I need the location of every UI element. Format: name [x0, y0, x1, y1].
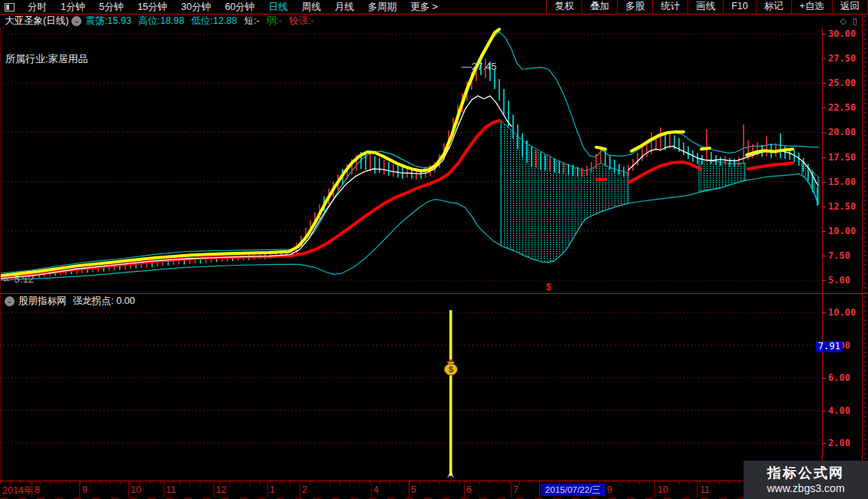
- month-boundary: [511, 481, 512, 498]
- main-axis-label: 30.00: [828, 28, 856, 39]
- indicator-values: 震荡:15.93高位:18.98低位:12.88短:-弱:-较强:-: [85, 15, 320, 28]
- chevron-down-circle-icon[interactable]: ⌄: [71, 16, 81, 26]
- menu-item-15分钟[interactable]: 15分钟: [131, 0, 174, 14]
- window-layout-icon[interactable]: [5, 3, 15, 12]
- main-axis-label: 12.50: [828, 201, 856, 212]
- info-field: 震荡:15.93: [85, 15, 131, 28]
- money-bag-icon: $: [445, 359, 458, 375]
- indicator-name-value: 强龙拐点: 0.00: [73, 295, 135, 308]
- watermark-title: 指标公式网: [744, 464, 868, 482]
- date-label: 6: [466, 484, 472, 495]
- month-boundary: [267, 481, 268, 498]
- sub-axis-label: 2.00: [828, 438, 850, 448]
- date-axis[interactable]: 2014年89101112124567910112015/07/22/三: [0, 481, 868, 497]
- toolbar-button-叠加[interactable]: 叠加: [581, 0, 617, 14]
- menu-item-周线[interactable]: 周线: [295, 0, 328, 14]
- svg-text:$: $: [449, 365, 453, 374]
- info-row: 大亚圣象(日线) ⌄ 震荡:15.93高位:18.98低位:12.88短:-弱:…: [0, 15, 868, 28]
- menu-item-5分钟[interactable]: 5分钟: [92, 0, 131, 14]
- info-field: 高位:18.98: [138, 15, 184, 28]
- toolbar-button-+自选[interactable]: +自选: [791, 0, 832, 14]
- main-axis-label: 10.00: [828, 226, 856, 236]
- sub-axis-label: 10.00: [828, 307, 856, 318]
- date-label: 12: [216, 484, 227, 495]
- highlighted-date: 2015/07/22/三: [541, 484, 605, 496]
- date-label: 4: [373, 484, 379, 495]
- main-axis-label: 17.50: [828, 152, 856, 163]
- stock-app-window: { "menubar": { "items": ["分时","1分钟","5分钟…: [0, 0, 868, 499]
- low-annotation: ← 5.12: [2, 273, 34, 285]
- date-label: 9: [607, 484, 612, 495]
- toolbar-button-统计[interactable]: 统计: [652, 0, 687, 14]
- date-label: 10: [131, 484, 141, 495]
- month-boundary: [409, 481, 409, 498]
- toolbar-button-F10[interactable]: F10: [723, 0, 756, 14]
- info-field: 短:-: [244, 15, 260, 28]
- month-boundary: [539, 481, 540, 498]
- sub-panel-header: ⌄ 股朋指标网 强龙拐点: 0.00: [0, 294, 868, 308]
- month-boundary: [697, 481, 697, 498]
- main-axis-label: 15.00: [828, 177, 856, 187]
- date-label: 5: [411, 484, 416, 495]
- month-boundary: [371, 481, 372, 498]
- date-label: 2014年: [2, 484, 33, 497]
- info-field: 低位:12.88: [191, 15, 237, 28]
- sub-axis-label: 6.00: [828, 372, 850, 383]
- watermark-url: www.zbgs3.com: [744, 482, 868, 494]
- main-chart-canvas[interactable]: [0, 28, 822, 293]
- indicator-source: 股朋指标网: [18, 295, 67, 308]
- date-label: 10: [658, 484, 668, 495]
- month-boundary: [164, 481, 164, 498]
- menu-item-日线[interactable]: 日线: [262, 0, 295, 14]
- main-axis-label: 7.50: [828, 250, 850, 261]
- toolbar-button-返回[interactable]: 返回: [832, 0, 868, 14]
- main-axis-label: 25.00: [828, 78, 856, 88]
- month-boundary: [79, 481, 80, 498]
- diamond-icon[interactable]: ◇: [840, 16, 846, 26]
- menu-item-1分钟[interactable]: 1分钟: [54, 0, 92, 14]
- toolbar-button-标记[interactable]: 标记: [756, 0, 791, 14]
- current-value-badge: 7.91: [816, 341, 843, 352]
- axis-tick: [822, 443, 826, 444]
- info-field: 弱:-: [267, 15, 282, 28]
- main-axis-label: 20.00: [828, 127, 856, 137]
- date-label: 1: [270, 484, 275, 495]
- menu-item-多周期[interactable]: 多周期: [361, 0, 404, 14]
- main-axis-label: 5.00: [828, 275, 850, 286]
- axis-tick: [822, 378, 826, 378]
- month-boundary: [128, 481, 129, 498]
- panel-icon[interactable]: ▯: [853, 16, 857, 26]
- main-axis-label: 22.50: [828, 102, 856, 113]
- industry-label: 所属行业:家居用品: [5, 52, 88, 66]
- chevron-down-circle-icon[interactable]: ⌄: [5, 296, 15, 306]
- month-boundary: [300, 481, 300, 498]
- menu-item-分时[interactable]: 分时: [21, 0, 54, 14]
- date-label: 8: [35, 484, 40, 495]
- month-boundary: [464, 481, 465, 498]
- toolbar-button-复权[interactable]: 复权: [546, 0, 581, 14]
- info-field: 较强:-: [289, 15, 314, 28]
- month-boundary: [214, 481, 214, 498]
- menubar: 分时1分钟5分钟15分钟30分钟60分钟日线周线月线多周期更多 > 复权叠加多股…: [0, 0, 868, 15]
- date-label: 2: [302, 484, 307, 495]
- period-menu: 分时1分钟5分钟15分钟30分钟60分钟日线周线月线多周期更多 >: [21, 0, 445, 14]
- date-label: 9: [82, 484, 88, 495]
- sub-chart-canvas[interactable]: $: [0, 309, 822, 481]
- sub-axis-label: 4.00: [828, 405, 850, 416]
- menu-item-更多 >[interactable]: 更多 >: [403, 0, 445, 14]
- menu-item-30分钟[interactable]: 30分钟: [174, 0, 218, 14]
- right-edge-strip[interactable]: [862, 15, 868, 497]
- main-axis-label: 27.50: [828, 53, 856, 64]
- date-label: 11: [166, 484, 176, 495]
- axis-tick: [822, 411, 826, 411]
- date-label: 11: [700, 484, 710, 495]
- watermark: 指标公式网 www.zbgs3.com: [744, 461, 868, 499]
- toolbar-right: 复权叠加多股统计画线F10标记+自选返回: [546, 0, 868, 14]
- month-boundary: [654, 481, 655, 498]
- date-label: 7: [513, 484, 518, 495]
- menu-item-月线[interactable]: 月线: [328, 0, 361, 14]
- peak-annotation: —27.45: [462, 61, 497, 72]
- menu-item-60分钟[interactable]: 60分钟: [218, 0, 262, 14]
- toolbar-button-多股[interactable]: 多股: [617, 0, 652, 14]
- toolbar-button-画线[interactable]: 画线: [687, 0, 723, 14]
